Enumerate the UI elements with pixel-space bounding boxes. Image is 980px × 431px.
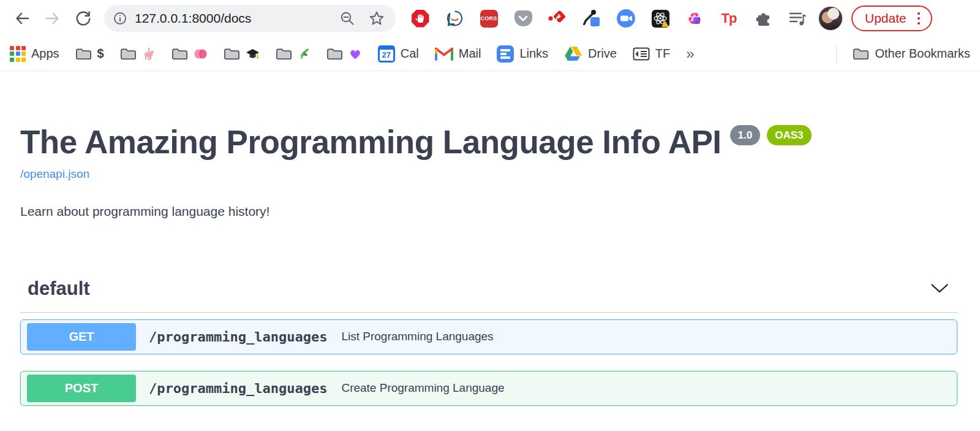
- chat-bubble-extension-icon[interactable]: [445, 9, 464, 28]
- bookmark-tf[interactable]: TF: [633, 47, 670, 61]
- herb-emoji: [298, 47, 311, 60]
- other-bookmarks[interactable]: Other Bookmarks: [853, 47, 970, 61]
- carousel-horse-emoji: [142, 47, 156, 61]
- bookmarks-bar: Apps $: [0, 37, 980, 71]
- bookmark-drive[interactable]: Drive: [564, 45, 617, 62]
- bookmark-calendar[interactable]: 27 Cal: [378, 45, 419, 63]
- endpoint-row-post[interactable]: POST /programming_languages Create Progr…: [20, 371, 957, 406]
- bookmark-folder-purple-heart[interactable]: [326, 47, 362, 60]
- endpoint-row-get[interactable]: GET /programming_languages List Programm…: [20, 319, 957, 354]
- gmail-icon: [435, 47, 453, 61]
- folder-icon: [853, 47, 869, 60]
- api-badges: 1.0 OAS3: [730, 125, 812, 145]
- bookmark-folder-dollar[interactable]: $: [75, 47, 104, 61]
- back-arrow-icon: [14, 10, 30, 26]
- forward-button[interactable]: [39, 5, 66, 32]
- purple-heart-emoji: [349, 47, 362, 60]
- openapi-spec-link[interactable]: /openapi.json: [20, 167, 89, 181]
- stop-hand-icon: [412, 10, 429, 28]
- recycle-arrows-icon: ♻: [687, 10, 702, 27]
- endpoint-path: /programming_languages: [149, 329, 327, 345]
- update-label: Update: [865, 11, 907, 26]
- diamond-arrow-icon: [548, 9, 567, 28]
- color-eyedropper-extension-icon[interactable]: [582, 9, 601, 28]
- eyedropper-icon: [582, 9, 601, 28]
- address-bar[interactable]: 127.0.0.1:8000/docs: [104, 5, 396, 32]
- zoom-extension-icon[interactable]: [616, 9, 636, 28]
- api-description: Learn about programming language history…: [20, 204, 957, 219]
- cors-extension-icon[interactable]: CORS: [479, 9, 499, 28]
- bookmark-gmail[interactable]: Mail: [435, 47, 481, 61]
- bookmark-star-icon[interactable]: [369, 10, 385, 26]
- page-title: The Amazing Programming Language Info AP…: [20, 124, 722, 161]
- video-camera-icon: [616, 9, 636, 28]
- bookmark-links[interactable]: Links: [497, 45, 548, 63]
- tf-favicon: [633, 47, 650, 61]
- endpoint-path: /programming_languages: [149, 381, 327, 396]
- get-method-badge[interactable]: GET: [27, 323, 136, 351]
- recycle-extension-icon[interactable]: ♻: [685, 9, 704, 28]
- warning-triangle-icon: [662, 21, 669, 27]
- bookmark-apps[interactable]: Apps: [10, 46, 59, 62]
- adblock-extension-icon[interactable]: [410, 9, 430, 28]
- tp-label: Tp: [722, 10, 737, 26]
- tag-name: default: [28, 278, 90, 300]
- google-drive-icon: [564, 45, 582, 62]
- puzzle-piece-icon: [755, 10, 772, 27]
- cors-label: CORS: [480, 10, 498, 28]
- bookmark-folder-graduation[interactable]: [224, 47, 260, 60]
- atom-icon: [652, 10, 669, 28]
- red-share-extension-icon[interactable]: [548, 9, 567, 28]
- post-method-badge[interactable]: POST: [27, 375, 136, 402]
- brain-emoji: [194, 48, 208, 60]
- folder-icon: [75, 47, 92, 60]
- folder-icon: [224, 47, 240, 60]
- extensions-row: CORS: [410, 9, 807, 28]
- react-devtools-extension-icon[interactable]: [650, 9, 670, 28]
- oas3-badge: OAS3: [767, 125, 811, 145]
- zoom-out-icon[interactable]: [339, 10, 355, 26]
- links-list-icon: [497, 45, 514, 63]
- media-playlist-button[interactable]: [788, 9, 807, 28]
- update-button[interactable]: Update: [851, 6, 932, 31]
- endpoint-summary: Create Programming Language: [341, 381, 504, 395]
- page-info-icon[interactable]: [113, 11, 127, 26]
- bookmarks-divider: [836, 45, 837, 63]
- reload-icon: [75, 10, 92, 27]
- folder-icon: [120, 47, 137, 60]
- bookmarks-overflow-chevron[interactable]: »: [686, 45, 694, 63]
- chevron-down-icon[interactable]: [930, 283, 949, 294]
- pocket-extension-icon[interactable]: [513, 9, 533, 28]
- apps-grid-icon: [10, 46, 26, 62]
- endpoint-summary: List Programming Languages: [341, 330, 493, 343]
- graduation-cap-emoji: [246, 48, 260, 60]
- url-text[interactable]: 127.0.0.1:8000/docs: [135, 11, 339, 26]
- pocket-chevron-icon: [514, 10, 532, 26]
- bookmark-folder-herb[interactable]: [276, 47, 311, 60]
- folder-icon: [276, 47, 292, 60]
- browser-toolbar: 127.0.0.1:8000/docs: [0, 0, 980, 37]
- tag-section-default[interactable]: default: [20, 278, 957, 313]
- bookmark-folder-brain[interactable]: [172, 47, 208, 60]
- google-calendar-icon: 27: [378, 45, 395, 63]
- extensions-puzzle-button[interactable]: [753, 9, 773, 28]
- folder-icon: [326, 47, 343, 60]
- dollar-label: $: [97, 47, 104, 61]
- reload-button[interactable]: [70, 5, 97, 32]
- version-badge: 1.0: [730, 125, 761, 145]
- forward-arrow-icon: [45, 10, 61, 26]
- profile-avatar[interactable]: [818, 6, 843, 31]
- back-button[interactable]: [9, 5, 36, 32]
- browser-menu-kebab-icon[interactable]: [915, 10, 923, 28]
- smile-bubble-icon: [445, 9, 464, 28]
- playlist-music-icon: [788, 10, 807, 27]
- swagger-page: The Amazing Programming Language Info AP…: [0, 71, 980, 406]
- folder-icon: [172, 47, 188, 60]
- bookmark-folder-carousel-horse[interactable]: [120, 47, 156, 61]
- tp-extension-icon[interactable]: Tp: [719, 9, 739, 28]
